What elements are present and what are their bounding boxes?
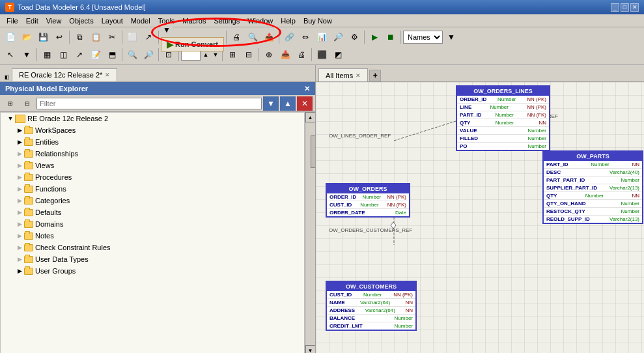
diagram-tab-close-icon[interactable]: ✕ <box>356 72 361 79</box>
group-tool[interactable]: ⬒ <box>104 48 120 62</box>
menu-view[interactable]: View <box>42 16 66 25</box>
categories-expand-icon[interactable]: ▶ <box>15 196 24 205</box>
tree-item-relationships[interactable]: ▶ Relationships <box>1 148 304 160</box>
zoom-in-button[interactable]: 🔍 <box>124 48 140 62</box>
settings-btn[interactable]: ⚙ <box>346 30 362 44</box>
diagram-tab-all-items[interactable]: All Items ✕ <box>318 68 368 81</box>
compare-button[interactable]: ⇔ <box>298 30 313 44</box>
tree-item-procedures[interactable]: ▶ Procedures <box>1 171 304 183</box>
scroll-thumb[interactable] <box>311 135 316 168</box>
report-button[interactable]: 📊 <box>314 30 329 44</box>
tree-item-domains[interactable]: ▶ Domains <box>1 218 304 230</box>
filter-up-arrow[interactable]: ▲ <box>280 96 296 111</box>
cut-button[interactable]: ✂ <box>104 30 120 44</box>
menu-objects[interactable]: Objects <box>65 16 97 25</box>
root-expand-icon[interactable]: ▼ <box>6 114 15 123</box>
table-customers[interactable]: OW_CUSTOMERS CUST_IDNumberNN (PK) NAMEVa… <box>326 281 417 331</box>
functions-expand-icon[interactable]: ▶ <box>15 184 24 193</box>
play-button[interactable]: ▶ <box>367 30 382 44</box>
print-button[interactable]: 🖨 <box>229 30 244 44</box>
tree-scrollbar[interactable]: ▲ ▼ <box>305 112 315 353</box>
menu-model[interactable]: Model <box>127 16 154 25</box>
tree-item-views[interactable]: ▶ Views <box>1 160 304 171</box>
scroll-up-btn[interactable]: ▲ <box>305 112 316 122</box>
diagram-canvas[interactable]: OW_LINES_ORDER_REF OW_LINES_PART_REF OW_… <box>316 82 644 353</box>
stop-button[interactable]: ⏹ <box>383 30 399 44</box>
tree-item-user-groups[interactable]: ▶ User Groups <box>1 265 304 277</box>
menu-layout[interactable]: Layout <box>98 16 127 25</box>
select-tool[interactable]: ↖ <box>3 48 18 62</box>
paste-button[interactable]: 📋 <box>88 30 104 44</box>
tree-item-functions[interactable]: ▶ Functions <box>1 183 304 195</box>
layout-button[interactable]: ⊕ <box>261 48 277 62</box>
table-orders-lines[interactable]: OW_ORDERS_LINES ORDER_IDNumberNN (PK) LI… <box>456 85 550 151</box>
tree-item-entities[interactable]: ▶ Entities <box>1 136 304 148</box>
filter-clear[interactable]: ✕ <box>297 96 313 111</box>
minimize-button[interactable]: _ <box>611 3 619 12</box>
relationships-expand-icon[interactable]: ▶ <box>15 149 24 158</box>
tree-root-item[interactable]: ▼ RE Oracle 12c Release 2 <box>1 113 304 124</box>
add-diagram-button[interactable]: + <box>369 70 381 81</box>
view-tool[interactable]: ◫ <box>55 48 71 62</box>
explorer-close-icon[interactable]: ✕ <box>304 85 310 93</box>
defaults-expand-icon[interactable]: ▶ <box>15 208 24 217</box>
maximize-button[interactable]: □ <box>621 3 629 12</box>
convert-dropdown[interactable]: ▼ <box>161 23 173 37</box>
tree-item-notes[interactable]: ▶ Notes <box>1 230 304 242</box>
select-dropdown[interactable]: ▼ <box>19 48 35 62</box>
print2-button[interactable]: 🖨 <box>294 48 309 62</box>
menu-help[interactable]: Help <box>277 16 300 25</box>
export2-button[interactable]: 📥 <box>277 48 293 62</box>
menu-file[interactable]: File <box>3 16 22 25</box>
new-button[interactable]: 📄 <box>3 30 18 44</box>
table-orders[interactable]: OW_ORDERS ORDER_IDNumberNN (PK) CUST_IDN… <box>326 183 410 218</box>
tree-item-check-rules[interactable]: ▶ Check Constraint Rules <box>1 242 304 253</box>
run-convert-button[interactable]: ▶ Run Convert <box>161 37 224 51</box>
views-expand-icon[interactable]: ▶ <box>15 161 24 170</box>
add-entity-button[interactable]: ⬜ <box>124 30 140 44</box>
copy-button[interactable]: ⧉ <box>72 30 87 44</box>
explorer-collapse-all[interactable]: ⊟ <box>20 96 35 111</box>
filter-down-arrow[interactable]: ▼ <box>263 96 279 111</box>
table-tool[interactable]: ▦ <box>39 48 55 62</box>
entities-expand-icon[interactable]: ▶ <box>15 137 24 147</box>
user-groups-expand-icon[interactable]: ▶ <box>15 266 24 275</box>
domains-expand-icon[interactable]: ▶ <box>15 219 24 229</box>
menu-buy-now[interactable]: Buy Now <box>300 16 336 25</box>
export-button[interactable]: 📤 <box>261 30 277 44</box>
db-connect-button[interactable]: 🔗 <box>281 30 297 44</box>
tab-close-icon[interactable]: ✕ <box>105 72 110 78</box>
search-button[interactable]: 🔎 <box>330 30 346 44</box>
undo-button[interactable]: ↩ <box>51 30 67 44</box>
tree-item-user-data-types[interactable]: ▶ User Data Types <box>1 253 304 265</box>
notes-expand-icon[interactable]: ▶ <box>15 231 24 240</box>
zoom-out-button[interactable]: 🔎 <box>141 48 156 62</box>
menu-window[interactable]: Window <box>244 16 277 25</box>
save-button[interactable]: 💾 <box>35 30 51 44</box>
misc1-button[interactable]: ⬛ <box>314 48 329 62</box>
check-rules-expand-icon[interactable]: ▶ <box>15 243 24 252</box>
scroll-down-btn[interactable]: ▼ <box>305 345 316 353</box>
user-data-types-expand-icon[interactable]: ▶ <box>15 255 24 264</box>
rel-tool[interactable]: ↗ <box>72 48 87 62</box>
menu-edit[interactable]: Edit <box>22 16 42 25</box>
procedures-expand-icon[interactable]: ▶ <box>15 173 24 182</box>
close-button[interactable]: ✕ <box>630 3 639 12</box>
tree-item-categories[interactable]: ▶ Categories <box>1 195 304 206</box>
model-tab[interactable]: RE Oracle 12c Release 2* ✕ <box>12 68 117 81</box>
dropdown-arrow[interactable]: ▼ <box>443 30 459 44</box>
filter-input[interactable] <box>36 98 262 109</box>
misc2-button[interactable]: ◩ <box>330 48 346 62</box>
grid-button[interactable]: ⊞ <box>225 48 240 62</box>
panel-icon1[interactable]: ◧ <box>3 72 12 81</box>
add-rel-button[interactable]: ↗ <box>141 30 156 44</box>
names-dropdown[interactable]: Names <box>403 31 443 44</box>
note-tool[interactable]: 📝 <box>88 48 104 62</box>
tree-item-defaults[interactable]: ▶ Defaults <box>1 206 304 218</box>
preview-button[interactable]: 🔍 <box>245 30 260 44</box>
tree-item-workspaces[interactable]: ▶ WorkSpaces <box>1 124 304 136</box>
align-button[interactable]: ⊟ <box>241 48 257 62</box>
table-parts[interactable]: OW_PARTS PART_IDNumberNN DESCVarchar2(40… <box>542 150 643 224</box>
explorer-expand-all[interactable]: ⊞ <box>3 96 18 111</box>
workspaces-expand-icon[interactable]: ▶ <box>15 126 24 135</box>
